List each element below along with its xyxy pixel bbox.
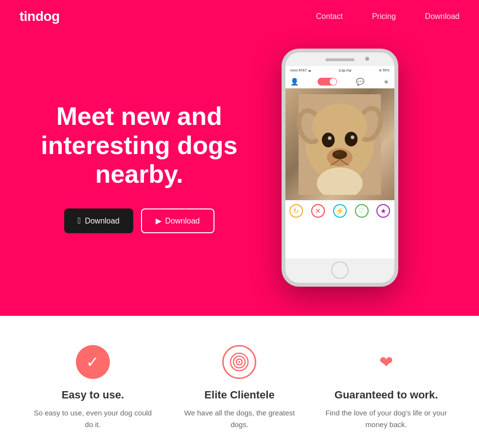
target-svg [230, 352, 249, 372]
hero-title: Meet new and interesting dogs nearby. [39, 102, 240, 189]
like-btn: ♡ [355, 204, 369, 218]
svg-point-6 [312, 103, 367, 149]
feature-guaranteed-title: Guaranteed to work. [323, 389, 449, 401]
hero-buttons:  Download ▶ Download [39, 208, 240, 233]
feature-target-icon [222, 345, 256, 379]
super-like-btn: ⚡ [333, 204, 347, 218]
phone-home-button [331, 261, 349, 279]
svg-point-7 [322, 133, 335, 147]
svg-point-13 [335, 152, 339, 155]
nav-link-download[interactable]: Download [425, 12, 460, 20]
feature-elite: Elite Clientele We have all the dogs, th… [166, 345, 312, 431]
boost-btn: ★ [376, 204, 390, 218]
chat-icon: 💬 [356, 78, 364, 86]
google-download-button[interactable]: ▶ Download [141, 208, 214, 233]
dislike-btn: ✕ [311, 204, 325, 218]
svg-point-18 [238, 361, 240, 363]
feature-heart-icon: ❤ [369, 345, 403, 379]
hero-content: Meet new and interesting dogs nearby.  … [39, 102, 240, 233]
nav-links: Contact Pricing Download [316, 12, 460, 21]
dog-photo [285, 88, 394, 200]
profile-icon: 👤 [290, 78, 299, 86]
rewind-btn: ↻ [289, 204, 303, 218]
site-logo[interactable]: tindog [19, 9, 60, 24]
status-carrier: oooo AT&T ☁ [290, 69, 311, 72]
navbar: tindog Contact Pricing Download [0, 0, 479, 33]
status-battery: ⊛ 55% [379, 69, 390, 72]
features-section: ✓ Easy to use. So easy to use, even your… [0, 316, 479, 448]
feature-guaranteed: ❤ Guaranteed to work. Find the love of y… [313, 345, 459, 431]
feature-easy-title: Easy to use. [30, 389, 156, 401]
apple-download-button[interactable]:  Download [64, 208, 133, 233]
play-icon: ▶ [156, 216, 161, 225]
nav-link-pricing[interactable]: Pricing [372, 12, 396, 20]
apple-download-label: Download [85, 217, 119, 225]
feature-check-icon: ✓ [76, 345, 110, 379]
toggle-circle [330, 78, 337, 85]
svg-point-8 [345, 132, 357, 146]
hero-section: Meet new and interesting dogs nearby.  … [0, 0, 479, 316]
toggle-switch [318, 78, 337, 86]
svg-point-12 [333, 150, 347, 159]
phone-camera [365, 57, 369, 61]
feature-guaranteed-desc: Find the love of your dog's life or your… [323, 407, 449, 431]
phone-app-bar: 👤 💬 ★ [285, 75, 394, 88]
svg-point-10 [351, 135, 355, 139]
phone-speaker [325, 58, 355, 61]
heart-symbol: ❤ [379, 352, 393, 372]
tinder-toggle [318, 78, 337, 86]
phone-mockup: oooo AT&T ☁ 5:58 PM ⊛ 55% 👤 💬 ★ [282, 49, 398, 287]
phone-action-bar: ↻ ✕ ⚡ ♡ ★ [285, 200, 394, 222]
star-icon: ★ [383, 78, 390, 86]
google-download-label: Download [165, 217, 200, 225]
nav-link-contact[interactable]: Contact [316, 12, 343, 20]
feature-easy-desc: So easy to use, even your dog could do i… [30, 407, 156, 431]
status-time: 5:58 PM [338, 69, 351, 72]
feature-elite-desc: We have all the dogs, the greatest dogs. [176, 407, 302, 431]
svg-point-9 [328, 136, 332, 140]
apple-icon:  [78, 216, 81, 226]
phone-status-bar: oooo AT&T ☁ 5:58 PM ⊛ 55% [285, 66, 394, 75]
dog-image-svg [296, 94, 383, 195]
hero-phone: oooo AT&T ☁ 5:58 PM ⊛ 55% 👤 💬 ★ [240, 49, 441, 287]
feature-elite-title: Elite Clientele [176, 389, 302, 401]
phone-screen: oooo AT&T ☁ 5:58 PM ⊛ 55% 👤 💬 ★ [285, 66, 394, 258]
check-symbol: ✓ [86, 353, 99, 371]
feature-easy: ✓ Easy to use. So easy to use, even your… [20, 345, 166, 431]
phone-frame: oooo AT&T ☁ 5:58 PM ⊛ 55% 👤 💬 ★ [282, 49, 398, 287]
